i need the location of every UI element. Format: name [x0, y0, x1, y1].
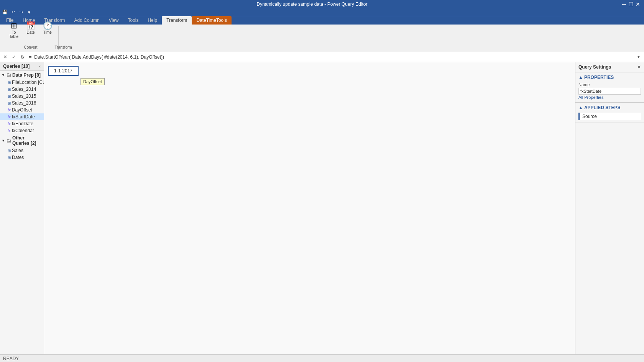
- tab-help[interactable]: Help: [143, 16, 162, 25]
- applied-steps-title: ▲ APPLIED STEPS: [578, 105, 641, 110]
- minimize-button[interactable]: ─: [621, 1, 627, 7]
- query-label-fxcalendar: fxCalendar: [12, 128, 34, 133]
- tab-datetime-tools[interactable]: DateTimeTools: [192, 16, 232, 25]
- table-icon-filelocation: ⊞: [8, 80, 11, 85]
- to-table-button[interactable]: ⊞ ToTable: [6, 20, 21, 39]
- undo-quick-btn[interactable]: ↩: [10, 9, 16, 16]
- tab-transform-active[interactable]: Transform: [162, 16, 192, 25]
- queries-title: Queries [10]: [3, 64, 30, 69]
- settings-properties-section: ▲ PROPERTIES Name All Properties: [575, 72, 644, 103]
- content-area: 1-1-2017 DayOffset: [44, 62, 575, 354]
- queries-collapse-btn[interactable]: ‹: [39, 64, 41, 69]
- step-source-label: Source: [582, 114, 597, 119]
- query-item-fxcalendar[interactable]: fx fxCalendar: [0, 127, 44, 134]
- query-label-sales2014: Sales_2014: [12, 87, 36, 92]
- tab-add-column[interactable]: Add Column: [70, 16, 104, 25]
- settings-title: Query Settings: [578, 64, 611, 70]
- tab-view[interactable]: View: [104, 16, 123, 25]
- query-item-sales2014[interactable]: ⊞ Sales_2014: [0, 86, 44, 93]
- fx-label: fx: [21, 54, 25, 60]
- query-group-other: ▼ 🗂 Other Queries [2] ⊞ Sales ⊞ Dates: [0, 134, 44, 161]
- restore-button[interactable]: ❐: [628, 1, 634, 7]
- title-bar-controls: ─ ❐ ✕: [621, 1, 641, 7]
- queries-panel: Queries [10] ‹ ▼ 🗂 Data Prep [8] ⊞ FileL…: [0, 62, 44, 354]
- status-text: READY: [3, 356, 19, 361]
- name-input[interactable]: [578, 88, 641, 95]
- name-label: Name: [578, 82, 641, 87]
- table-icon-sales2016: ⊞: [8, 101, 11, 105]
- query-label-sales2015: Sales_2015: [12, 93, 36, 99]
- query-label-dayoffset: DayOffset: [12, 107, 32, 113]
- close-button[interactable]: ✕: [635, 1, 641, 7]
- to-table-icon: ⊞: [11, 21, 17, 30]
- func-icon-fxcalendar: fx: [8, 129, 11, 133]
- applied-step-source[interactable]: Source: [578, 113, 641, 120]
- group-other-label: Other Queries [2]: [12, 135, 42, 146]
- quick-access-toolbar: 💾 ↩ ↪ ▼: [0, 8, 644, 16]
- query-item-dates[interactable]: ⊞ Dates: [0, 154, 44, 161]
- table-icon-dates: ⊞: [8, 156, 11, 160]
- date-label: Date: [26, 30, 34, 34]
- group-expand-icon: ▼: [2, 73, 5, 77]
- main-area: Queries [10] ‹ ▼ 🗂 Data Prep [8] ⊞ FileL…: [0, 62, 644, 354]
- query-item-sales[interactable]: ⊞ Sales: [0, 147, 44, 154]
- query-item-fxenddate[interactable]: fx fxEndDate: [0, 120, 44, 127]
- settings-panel: Query Settings ✕ ▲ PROPERTIES Name All P…: [575, 62, 644, 354]
- data-cell-value: 1-1-2017: [48, 66, 79, 76]
- tab-tools[interactable]: Tools: [123, 16, 143, 25]
- query-item-sales2015[interactable]: ⊞ Sales_2015: [0, 93, 44, 100]
- formula-cancel-btn[interactable]: ✕: [2, 53, 9, 61]
- group-expand-icon2: ▼: [2, 139, 5, 143]
- ribbon-tab-bar: File Home Transform Add Column View Tool…: [0, 16, 644, 25]
- ribbon-group-transform: Transform: [60, 26, 66, 50]
- settings-applied-steps-section: ▲ APPLIED STEPS Source: [575, 103, 644, 123]
- save-quick-btn[interactable]: 💾: [2, 9, 8, 16]
- redo-quick-btn[interactable]: ↪: [18, 9, 25, 16]
- group-data-prep-label: Data Prep [8]: [12, 72, 41, 78]
- query-item-filelocation[interactable]: ⊞ FileLocation [CU...: [0, 79, 44, 86]
- table-icon-sales2015: ⊞: [8, 94, 11, 98]
- all-properties-link[interactable]: All Properties: [578, 95, 603, 100]
- properties-collapse-icon: ▲: [578, 75, 583, 80]
- query-group-other-header[interactable]: ▼ 🗂 Other Queries [2]: [0, 134, 44, 147]
- query-label-sales2016: Sales_2016: [12, 100, 36, 106]
- table-icon-sales2014: ⊞: [8, 87, 11, 92]
- dropdown-quick-btn[interactable]: ▼: [26, 9, 33, 16]
- settings-close-btn[interactable]: ✕: [637, 64, 641, 70]
- query-label-sales: Sales: [12, 148, 23, 153]
- to-table-label: ToTable: [9, 30, 18, 39]
- query-label-fxenddate: fxEndDate: [12, 121, 33, 126]
- queries-header: Queries [10] ‹: [0, 62, 44, 71]
- formula-input[interactable]: [28, 53, 633, 61]
- query-item-fxstartdate[interactable]: fx fxStartDate: [0, 113, 44, 120]
- func-icon-fxstartdate: fx: [8, 115, 11, 119]
- transform-group-label: Transform: [54, 45, 72, 49]
- query-group-data-prep-header[interactable]: ▼ 🗂 Data Prep [8]: [0, 71, 44, 79]
- properties-title: ▲ PROPERTIES: [578, 75, 641, 80]
- time-icon: 🕐: [43, 21, 53, 30]
- convert-group-label: Convert: [24, 45, 37, 49]
- func-icon-dayoffset: fx: [8, 108, 11, 112]
- table-icon-sales: ⊞: [8, 149, 11, 153]
- formula-bar: ✕ ✓ fx ▼: [0, 52, 644, 62]
- func-icon-fxenddate: fx: [8, 122, 11, 126]
- query-item-sales2016[interactable]: ⊞ Sales_2016: [0, 100, 44, 106]
- query-label-dates: Dates: [12, 155, 24, 160]
- query-item-dayoffset[interactable]: fx DayOffset: [0, 106, 44, 113]
- tooltip-dayoffset: DayOffset: [80, 78, 105, 85]
- time-label: Time: [43, 30, 52, 34]
- query-group-data-prep: ▼ 🗂 Data Prep [8] ⊞ FileLocation [CU... …: [0, 71, 44, 134]
- date-button[interactable]: 📅 Date: [23, 20, 38, 39]
- formula-expand-btn[interactable]: ▼: [635, 53, 642, 61]
- settings-header: Query Settings ✕: [575, 62, 644, 72]
- status-bar: READY: [0, 354, 644, 362]
- query-label-filelocation: FileLocation [CU...: [12, 80, 44, 85]
- time-button[interactable]: 🕐 Time: [40, 20, 55, 39]
- formula-confirm-btn[interactable]: ✓: [10, 53, 18, 61]
- date-icon: 📅: [26, 21, 36, 30]
- window-title: Dynamically update sample data - Power Q…: [3, 2, 621, 7]
- formula-bar-btns: ✕ ✓: [2, 53, 18, 61]
- ribbon-group-convert: ⊞ ToTable 📅 Date 🕐 Time Convert: [3, 26, 59, 50]
- ribbon-content: ⊞ ToTable 📅 Date 🕐 Time Convert Transfor…: [0, 25, 644, 52]
- query-label-fxstartdate: fxStartDate: [12, 114, 35, 120]
